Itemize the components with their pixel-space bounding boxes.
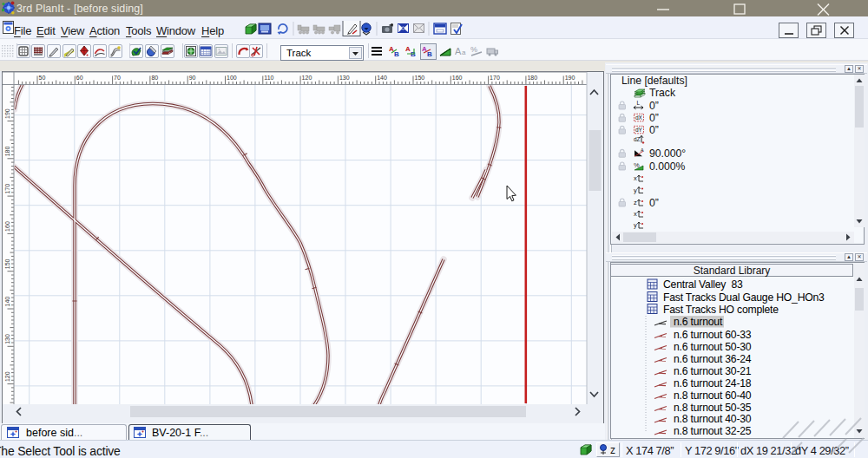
svg-text:a: a bbox=[462, 49, 466, 56]
svg-text:A: A bbox=[455, 46, 462, 56]
svg-text:160: 160 bbox=[452, 75, 463, 81]
svg-text:120: 120 bbox=[302, 75, 312, 81]
svg-text:180: 180 bbox=[527, 75, 537, 81]
svg-text:150: 150 bbox=[4, 258, 10, 269]
svg-text:Central Valley 83: Central Valley 83 bbox=[663, 278, 743, 291]
svg-text:n.6 turnout 36-24: n.6 turnout 36-24 bbox=[674, 353, 752, 365]
svg-text:160: 160 bbox=[4, 221, 10, 232]
svg-text:170: 170 bbox=[490, 75, 500, 81]
svg-text:Fast Tracks Dual Gauge HO_HOn3: Fast Tracks Dual Gauge HO_HOn3 bbox=[663, 291, 825, 304]
svg-text:n.6 turnout: n.6 turnout bbox=[674, 316, 723, 328]
svg-text:%: % bbox=[470, 45, 477, 54]
svg-text:180: 180 bbox=[4, 147, 10, 157]
svg-text:n.6 turnout 60-33: n.6 turnout 60-33 bbox=[674, 329, 752, 341]
svg-text:80: 80 bbox=[151, 75, 158, 81]
svg-text:n.8 turnout 32-25: n.8 turnout 32-25 bbox=[674, 425, 752, 437]
svg-text:n.6 turnout 30-21: n.6 turnout 30-21 bbox=[674, 365, 752, 377]
svg-text:B: B bbox=[394, 50, 399, 57]
svg-text:140: 140 bbox=[4, 297, 10, 307]
svg-text:110: 110 bbox=[264, 75, 273, 81]
svg-text:190: 190 bbox=[4, 108, 10, 119]
svg-text:n.8 turnout 60-40: n.8 turnout 60-40 bbox=[674, 389, 752, 402]
svg-text:120: 120 bbox=[4, 371, 10, 382]
svg-text:190: 190 bbox=[565, 75, 575, 81]
svg-text:n.6 turnout 50-30: n.6 turnout 50-30 bbox=[674, 341, 752, 353]
svg-text:140: 140 bbox=[377, 75, 387, 81]
svg-text:100: 100 bbox=[227, 75, 237, 81]
svg-text:150: 150 bbox=[415, 75, 425, 81]
svg-text:60: 60 bbox=[76, 75, 83, 81]
svg-text:130: 130 bbox=[4, 334, 10, 344]
svg-text:n.6 turnout 24-18: n.6 turnout 24-18 bbox=[674, 377, 752, 389]
svg-text:n.8 turnout 40-30: n.8 turnout 40-30 bbox=[674, 413, 752, 425]
svg-text:90: 90 bbox=[189, 75, 196, 81]
svg-text:50: 50 bbox=[39, 75, 46, 81]
svg-text:170: 170 bbox=[4, 184, 10, 194]
svg-text:70: 70 bbox=[114, 75, 121, 81]
svg-text:n.8 turnout 50-35: n.8 turnout 50-35 bbox=[674, 402, 752, 414]
svg-text:130: 130 bbox=[339, 75, 350, 81]
svg-text:Fast Tracks HO complete: Fast Tracks HO complete bbox=[663, 304, 779, 316]
